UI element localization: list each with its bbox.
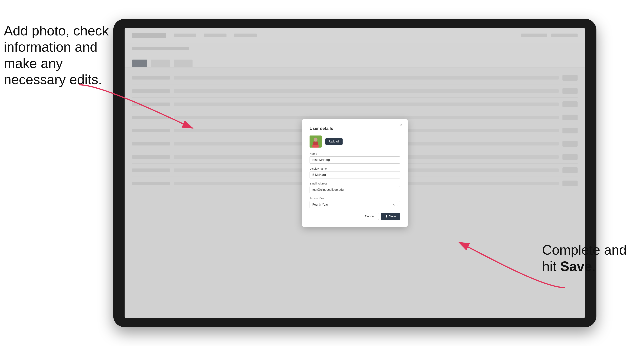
save-icon: ⬆: [385, 215, 388, 218]
annotation-right-bold: Save: [560, 259, 592, 274]
upload-photo-button[interactable]: Upload: [326, 138, 342, 145]
display-name-input[interactable]: [310, 171, 400, 178]
school-year-icons: ✕ ⌄: [392, 203, 398, 206]
email-label: Email address: [310, 182, 400, 185]
email-field-group: Email address: [310, 182, 400, 193]
svg-point-1: [314, 138, 318, 142]
user-details-modal: User details ×: [302, 119, 408, 227]
photo-thumbnail: [310, 136, 322, 148]
tablet-screen: User details ×: [124, 28, 585, 318]
display-name-field-group: Display name: [310, 167, 400, 178]
cancel-button[interactable]: Cancel: [361, 213, 379, 220]
school-year-field-group: School Year ✕ ⌄: [310, 197, 400, 208]
annotation-left: Add photo, check information and make an…: [4, 23, 113, 88]
modal-footer: Cancel ⬆ Save: [310, 213, 400, 220]
modal-title: User details: [310, 126, 400, 131]
school-year-wrapper: ✕ ⌄: [310, 201, 400, 208]
save-button[interactable]: ⬆ Save: [381, 213, 400, 220]
save-label: Save: [389, 215, 396, 218]
name-label: Name: [310, 152, 400, 155]
chevron-down-icon[interactable]: ⌄: [396, 203, 398, 206]
tablet-device: User details ×: [113, 19, 596, 327]
school-year-input[interactable]: [310, 201, 400, 208]
photo-thumb-inner: [310, 136, 322, 148]
annotation-right-end: .: [592, 259, 596, 274]
clear-school-year-icon[interactable]: ✕: [392, 203, 395, 206]
school-year-label: School Year: [310, 197, 400, 200]
name-field-group: Name: [310, 152, 400, 164]
user-photo-svg: [310, 136, 322, 148]
modal-close-button[interactable]: ×: [399, 122, 404, 128]
display-name-label: Display name: [310, 167, 400, 170]
email-input[interactable]: [310, 186, 400, 193]
svg-rect-3: [313, 142, 318, 145]
annotation-right: Complete and hit Save.: [542, 242, 640, 274]
modal-overlay: User details ×: [124, 28, 585, 318]
photo-section: Upload: [310, 136, 400, 148]
name-input[interactable]: [310, 157, 400, 164]
